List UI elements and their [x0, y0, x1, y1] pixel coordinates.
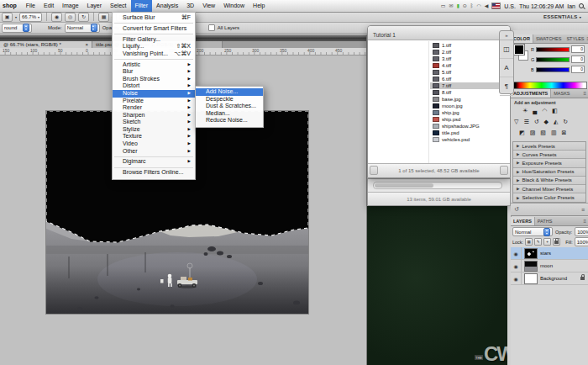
menu-window[interactable]: Window — [219, 0, 249, 12]
menu-item-other[interactable]: Other — [113, 148, 195, 156]
scroll-left-icon[interactable] — [370, 166, 378, 175]
file-row[interactable]: 5.tiff — [430, 69, 510, 76]
preset-row[interactable]: ▶Selective Color Presets — [513, 193, 585, 202]
file-row[interactable]: base.jpg — [430, 96, 510, 103]
tab-paths[interactable]: PATHS — [535, 217, 555, 225]
blend-mode-select[interactable]: Normal — [512, 227, 553, 236]
menu-item-texture[interactable]: Texture — [113, 133, 195, 140]
green-image-window[interactable]: THE CW — [367, 206, 507, 365]
visibility-eye-icon[interactable]: ◉ — [511, 247, 522, 259]
menu-item-blur[interactable]: Blur — [113, 68, 195, 76]
menu-item-video[interactable]: Video — [113, 140, 195, 148]
menu-3d[interactable]: 3D — [182, 0, 198, 12]
photo-filter-adjustment-icon[interactable]: ◭ — [554, 119, 558, 125]
disclosure-triangle-icon[interactable]: ▶ — [517, 196, 519, 200]
menu-view[interactable]: View — [198, 0, 219, 12]
zoom-tool-icon[interactable]: ◎ — [65, 13, 76, 22]
file-row[interactable]: 4.tiff — [430, 62, 510, 69]
visibility-eye-icon[interactable]: ◉ — [511, 260, 522, 272]
file-row[interactable]: 8.tiff — [430, 89, 510, 96]
menu-edit[interactable]: Edit — [39, 0, 58, 12]
file-row[interactable]: ship.psd — [430, 116, 510, 123]
lock-all-icon[interactable] — [553, 238, 560, 246]
menu-item-browse-filters-online[interactable]: Browse Filters Online... — [113, 169, 195, 177]
arrange-documents-icon[interactable]: ▦ — [98, 13, 109, 22]
file-row[interactable]: 6.tiff — [430, 76, 510, 82]
disclosure-triangle-icon[interactable]: ▶ — [517, 170, 519, 174]
panel-options-icon[interactable]: ≡ — [581, 207, 585, 213]
gradient-map-adjustment-icon[interactable]: ▥ — [551, 130, 557, 136]
submenu-item-dust-scratches[interactable]: Dust & Scratches... — [196, 103, 263, 110]
menu-item-artistic[interactable]: Artistic — [113, 61, 195, 69]
red-slider[interactable] — [536, 47, 570, 52]
finder-window-tutorial1[interactable]: Tutorial 1 1.tiff 2.tiff 3.tiff 4.tiff 5… — [367, 25, 511, 178]
file-row[interactable]: moon.jpg — [430, 103, 510, 109]
menu-item-convert-smart-filters[interactable]: Convert for Smart Filters — [113, 25, 195, 33]
character-panel-icon[interactable]: A — [500, 59, 513, 77]
green-slider[interactable] — [536, 57, 570, 62]
preset-row[interactable]: ▶Curves Presets — [513, 151, 585, 159]
app-menu-photoshop[interactable]: shop — [0, 0, 22, 12]
finder-title-bar[interactable]: Tutorial 1 — [368, 26, 510, 40]
layer-thumbnail[interactable] — [524, 261, 538, 272]
lock-transparency-icon[interactable]: ▦ — [525, 238, 533, 246]
return-icon[interactable]: ↺ — [514, 206, 519, 213]
tab-adjustments[interactable]: ADJUSTMENTS — [511, 89, 551, 98]
lock-position-icon[interactable]: + — [543, 238, 551, 246]
file-row[interactable]: shipshadow.JPG — [430, 123, 510, 130]
posterize-adjustment-icon[interactable]: ▨ — [530, 130, 536, 136]
layer-opacity-field[interactable]: 100% — [575, 227, 588, 236]
curves-adjustment-icon[interactable]: ◠ — [542, 108, 547, 114]
channel-mixer-adjustment-icon[interactable]: ↻ — [563, 119, 568, 125]
preset-row[interactable]: ▶Black & White Presets — [513, 177, 585, 185]
color-spectrum-ramp[interactable] — [513, 82, 587, 89]
stepper-icon[interactable] — [543, 228, 550, 236]
stepper-icon[interactable] — [23, 24, 29, 32]
menu-item-noise[interactable]: Noise — [113, 90, 195, 98]
layer-name[interactable]: moon — [540, 263, 553, 268]
disclosure-triangle-icon[interactable]: ▶ — [517, 144, 519, 148]
display-icon[interactable]: ▭ — [441, 0, 446, 12]
expand-panels-icon[interactable]: » — [500, 31, 513, 40]
spotlight-icon[interactable] — [579, 3, 584, 8]
panel-menu-icon[interactable]: ≡ — [583, 217, 588, 225]
tab-close-icon[interactable]: × — [85, 41, 88, 48]
battery-icon[interactable]: ▮ — [456, 0, 459, 12]
finder-window-background[interactable]: 13 items, 59.01 GB available — [367, 178, 511, 206]
menu-item-sharpen[interactable]: Sharpen — [113, 112, 195, 119]
submenu-item-add-noise[interactable]: Add Noise... — [196, 88, 263, 96]
horizontal-scrollbar[interactable] — [373, 182, 502, 189]
tab-styles[interactable]: STYLES — [564, 34, 586, 43]
file-row[interactable]: vehicles.psd — [430, 136, 510, 143]
file-row[interactable]: 3.tiff — [430, 56, 510, 62]
scrollbar-thumb[interactable] — [375, 183, 433, 188]
tab-color[interactable]: COLOR — [511, 34, 533, 43]
input-language-label[interactable]: U.S. — [504, 3, 516, 9]
rotate-view-icon[interactable]: ↻ — [78, 13, 89, 22]
file-row[interactable]: title.psd — [430, 130, 510, 136]
menu-item-pixelate[interactable]: Pixelate — [113, 98, 195, 105]
panel-menu-icon[interactable]: ≡ — [583, 89, 588, 98]
workspace-switcher[interactable]: ESSENTIALS ▾ — [543, 14, 588, 19]
layer-thumbnail[interactable] — [524, 248, 538, 259]
menu-select[interactable]: Select — [106, 0, 130, 12]
menu-item-brush-strokes[interactable]: Brush Strokes — [113, 76, 195, 83]
hue-saturation-adjustment-icon[interactable]: ☰ — [523, 119, 528, 125]
layer-name[interactable]: stars — [540, 251, 551, 256]
preset-row[interactable]: ▶Channel Mixer Presets — [513, 185, 585, 193]
brightness-adjustment-icon[interactable]: ☀ — [522, 108, 528, 114]
user-menu[interactable]: Ian — [567, 3, 575, 9]
disclosure-triangle-icon[interactable]: ▶ — [517, 152, 519, 156]
layer-thumbnail[interactable] — [524, 273, 538, 284]
menu-bar-clock[interactable]: Thu 12:06:29 AM — [519, 3, 564, 9]
preset-row[interactable]: ▶Levels Presets — [513, 142, 585, 151]
menu-item-render[interactable]: Render — [113, 104, 195, 112]
tab-masks[interactable]: MASKS — [551, 89, 572, 98]
menu-item-surface-blur[interactable]: Surface Blur⌘F — [113, 14, 195, 22]
menu-help[interactable]: Help — [249, 0, 269, 12]
red-value-field[interactable]: 0 — [571, 45, 585, 53]
input-language-flag-icon[interactable] — [491, 3, 501, 9]
submenu-item-median[interactable]: Median... — [196, 110, 263, 118]
menu-item-sketch[interactable]: Sketch — [113, 119, 195, 126]
sample-combo[interactable]: round — [2, 24, 32, 33]
